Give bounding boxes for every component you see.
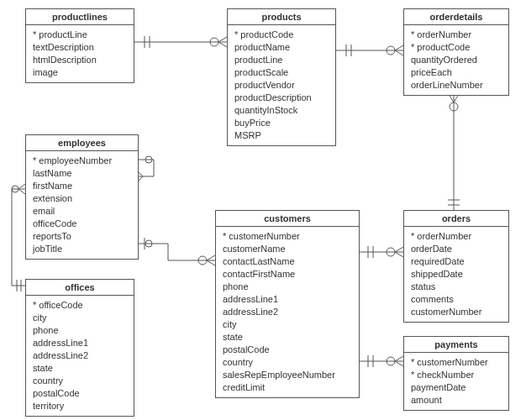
attr: firstName xyxy=(33,180,131,192)
attr: postalCode xyxy=(223,344,352,356)
entity-title: offices xyxy=(26,280,134,296)
attr: productVendor xyxy=(234,79,329,92)
attr: territory xyxy=(33,400,127,412)
entity-body: * orderNumber * productCode quantityOrde… xyxy=(404,25,508,95)
attr: addressLine1 xyxy=(223,293,352,306)
attr: lastName xyxy=(33,167,131,180)
attr: paymentDate xyxy=(411,381,502,394)
entity-body: * productCode productName productLine pr… xyxy=(228,25,335,145)
attr: contactLastName xyxy=(223,255,352,268)
attr: buyPrice xyxy=(234,117,329,129)
entity-body: * customerNumber customerName contactLas… xyxy=(216,227,359,397)
attr: city xyxy=(33,312,127,324)
attr: creditLimit xyxy=(223,381,352,394)
attr: requiredDate xyxy=(411,255,502,268)
svg-point-27 xyxy=(145,240,152,247)
entity-title: employees xyxy=(26,135,138,151)
entity-title: products xyxy=(228,9,335,25)
attr: * productLine xyxy=(33,29,127,41)
attr: image xyxy=(33,66,127,79)
entity-body: * customerNumber * checkNumber paymentDa… xyxy=(404,353,508,410)
svg-point-3 xyxy=(210,38,218,46)
attr: contactFirstName xyxy=(223,268,352,281)
attr: salesRepEmployeeNumber xyxy=(223,369,352,381)
attr: status xyxy=(411,281,502,293)
attr: addressLine2 xyxy=(223,306,352,318)
attr: jobTitle xyxy=(33,243,131,255)
attr: * orderNumber xyxy=(411,29,502,41)
entity-orders: orders * orderNumber orderDate requiredD… xyxy=(403,210,509,323)
entity-employees: employees * employeeNumber lastName firs… xyxy=(25,134,139,260)
attr: extension xyxy=(33,192,131,205)
attr: priceEach xyxy=(411,66,502,79)
entity-title: orders xyxy=(404,211,508,227)
entity-title: customers xyxy=(216,211,359,227)
attr: quantityOrdered xyxy=(411,54,502,66)
attr: textDescription xyxy=(33,41,127,54)
entity-title: payments xyxy=(404,337,508,353)
attr: htmlDescription xyxy=(33,54,127,66)
attr: comments xyxy=(411,293,502,306)
entity-productlines: productlines * productLine textDescripti… xyxy=(25,8,134,83)
attr: city xyxy=(223,318,352,331)
attr: productScale xyxy=(234,66,329,79)
entity-products: products * productCode productName produ… xyxy=(227,8,336,146)
svg-point-31 xyxy=(387,248,395,256)
attr: orderLineNumber xyxy=(411,79,502,92)
attr: phone xyxy=(33,324,127,337)
svg-point-11 xyxy=(450,102,458,111)
attr: * customerNumber xyxy=(223,230,352,243)
entity-body: * employeeNumber lastName firstName exte… xyxy=(26,151,138,259)
attr: * productCode xyxy=(234,29,329,41)
attr: * productCode xyxy=(411,41,502,54)
attr: productDescription xyxy=(234,92,329,104)
entity-offices: offices * officeCode city phone addressL… xyxy=(25,279,134,417)
attr: state xyxy=(223,331,352,344)
entity-customers: customers * customerNumber customerName … xyxy=(215,210,360,398)
attr: phone xyxy=(223,281,352,293)
attr: * customerNumber xyxy=(411,356,502,369)
attr: amount xyxy=(411,394,502,407)
attr: customerName xyxy=(223,243,352,255)
svg-point-15 xyxy=(145,156,152,163)
attr: postalCode xyxy=(33,387,127,400)
attr: shippedDate xyxy=(411,268,502,281)
attr: customerNumber xyxy=(411,306,502,318)
attr: * orderNumber xyxy=(411,230,502,243)
attr: * checkNumber xyxy=(411,369,502,381)
attr: officeCode xyxy=(33,218,131,230)
entity-body: * officeCode city phone addressLine1 add… xyxy=(26,296,134,416)
attr: addressLine1 xyxy=(33,337,127,349)
svg-point-7 xyxy=(387,46,395,55)
attr: country xyxy=(223,356,352,369)
svg-point-26 xyxy=(198,256,207,265)
entity-body: * productLine textDescription htmlDescri… xyxy=(26,25,134,82)
svg-point-21 xyxy=(12,186,18,192)
attr: MSRP xyxy=(234,129,329,142)
attr: addressLine2 xyxy=(33,349,127,362)
attr: orderDate xyxy=(411,243,502,255)
attr: reportsTo xyxy=(33,230,131,243)
entity-title: productlines xyxy=(26,9,134,25)
attr: productLine xyxy=(234,54,329,66)
attr: email xyxy=(33,205,131,218)
entity-orderdetails: orderdetails * orderNumber * productCode… xyxy=(403,8,509,96)
entity-body: * orderNumber orderDate requiredDate shi… xyxy=(404,227,508,322)
svg-point-35 xyxy=(387,357,395,365)
attr: quantityInStock xyxy=(234,104,329,117)
attr: * officeCode xyxy=(33,299,127,312)
entity-title: orderdetails xyxy=(404,9,508,25)
attr: state xyxy=(33,362,127,375)
attr: country xyxy=(33,375,127,387)
entity-payments: payments * customerNumber * checkNumber … xyxy=(403,336,509,411)
attr: productName xyxy=(234,41,329,54)
attr: * employeeNumber xyxy=(33,155,131,167)
